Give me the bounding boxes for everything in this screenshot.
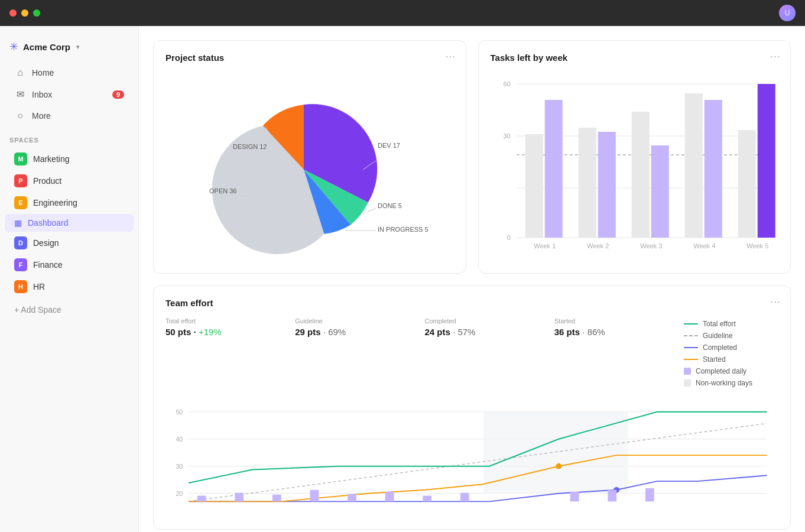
legend-box-completed-daily bbox=[684, 368, 691, 375]
daily-bar-5 bbox=[348, 494, 356, 502]
y-label-0: 0 bbox=[507, 234, 510, 241]
label-dev: DEV 17 bbox=[378, 142, 400, 149]
space-item-engineering[interactable]: E Engineering bbox=[5, 192, 134, 213]
week2-label: Week 2 bbox=[587, 242, 609, 249]
team-effort-title: Team effort bbox=[165, 298, 778, 308]
week5-label: Week 5 bbox=[746, 242, 768, 249]
y-label-40: 40 bbox=[176, 436, 183, 443]
dashboard-icon: ▦ bbox=[14, 218, 22, 228]
inbox-icon: ✉ bbox=[14, 89, 26, 100]
space-item-hr[interactable]: H HR bbox=[5, 276, 134, 297]
legend-box-non-working bbox=[684, 379, 691, 387]
svg-line-1 bbox=[363, 208, 376, 214]
space-name-marketing: Marketing bbox=[33, 154, 69, 164]
dashboard-item[interactable]: ▦ Dashboard bbox=[5, 214, 134, 232]
week4-label: Week 4 bbox=[693, 242, 715, 249]
titlebar: U bbox=[0, 0, 805, 26]
workspace-name: Acme Corp bbox=[23, 42, 70, 52]
stat-value-completed: 24 pts · 57% bbox=[425, 327, 540, 337]
daily-bar-8 bbox=[460, 493, 469, 502]
nav-label-inbox: Inbox bbox=[32, 90, 52, 99]
stat-label-guideline: Guideline bbox=[295, 317, 410, 325]
space-item-finance[interactable]: F Finance bbox=[5, 254, 134, 275]
add-space-button[interactable]: + Add Space bbox=[0, 300, 138, 319]
bar-week3-gray bbox=[631, 112, 649, 238]
legend-guideline: Guideline bbox=[684, 332, 778, 340]
stat-value-started: 36 pts · 86% bbox=[554, 327, 670, 337]
window-controls bbox=[9, 9, 40, 17]
workspace-header[interactable]: ✳ Acme Corp ▾ bbox=[0, 35, 138, 63]
nav-item-more[interactable]: ○ More bbox=[5, 106, 134, 126]
guideline-line bbox=[189, 423, 767, 501]
line-chart-container: 50 40 30 20 bbox=[165, 399, 778, 517]
daily-bar-10 bbox=[608, 490, 616, 502]
total-effort-line bbox=[189, 412, 767, 483]
main-content: Project status ··· bbox=[139, 26, 805, 532]
daily-bar-4 bbox=[310, 490, 319, 502]
more-icon: ○ bbox=[14, 111, 26, 121]
dashboard-label: Dashboard bbox=[28, 218, 69, 228]
bar-week4-purple bbox=[704, 100, 722, 238]
minimize-button[interactable] bbox=[21, 9, 28, 17]
bar-week1-gray bbox=[525, 134, 543, 238]
team-effort-card: Team effort ··· Total effort 50 pts · +1… bbox=[153, 286, 791, 530]
space-name-finance: Finance bbox=[33, 260, 63, 270]
y-label-20: 20 bbox=[176, 490, 183, 497]
space-item-design[interactable]: D Design bbox=[5, 232, 134, 254]
space-avatar-product: P bbox=[14, 174, 27, 187]
space-name-hr: HR bbox=[33, 282, 45, 291]
bar-week4-gray bbox=[684, 93, 702, 238]
daily-bar-3 bbox=[272, 495, 281, 502]
space-item-product[interactable]: P Product bbox=[5, 170, 134, 192]
nav-label-more: More bbox=[32, 111, 51, 121]
stat-value-guideline: 29 pts · 69% bbox=[295, 327, 410, 337]
bar-week2-purple bbox=[598, 132, 615, 238]
stat-started: Started 36 pts · 86% bbox=[554, 317, 684, 337]
bar-week1-purple bbox=[544, 100, 562, 238]
nav-item-home[interactable]: ⌂ Home bbox=[5, 63, 134, 83]
non-working-shade bbox=[483, 412, 628, 494]
daily-bar-11 bbox=[645, 488, 654, 502]
workspace-icon: ✳ bbox=[9, 40, 18, 53]
label-open: OPEN 36 bbox=[209, 187, 236, 194]
legend-line-started bbox=[684, 359, 698, 360]
nav-label-home: Home bbox=[32, 68, 54, 77]
space-item-marketing[interactable]: M Marketing bbox=[5, 148, 134, 170]
space-name-engineering: Engineering bbox=[33, 198, 77, 207]
project-status-title: Project status bbox=[165, 53, 454, 63]
week1-label: Week 1 bbox=[534, 242, 556, 249]
y-label-30: 30 bbox=[503, 132, 510, 140]
started-dot bbox=[556, 463, 561, 469]
daily-bar-1 bbox=[197, 496, 206, 502]
y-label-50: 50 bbox=[176, 408, 183, 416]
bar-week3-purple bbox=[651, 145, 668, 238]
y-label-30: 30 bbox=[176, 463, 183, 470]
space-avatar-design: D bbox=[14, 236, 27, 249]
tasks-by-week-card: Tasks left by week ··· 60 30 0 bbox=[478, 40, 791, 274]
tasks-by-week-menu[interactable]: ··· bbox=[770, 50, 781, 63]
chart-legend: Total effort Guideline Completed Started… bbox=[684, 317, 778, 387]
stat-guideline: Guideline 29 pts · 69% bbox=[295, 317, 424, 337]
bar-week5-gray bbox=[738, 130, 755, 238]
close-button[interactable] bbox=[9, 9, 17, 17]
space-avatar-marketing: M bbox=[14, 153, 27, 166]
daily-bar-6 bbox=[385, 492, 394, 502]
space-name-design: Design bbox=[33, 238, 59, 248]
bar-chart: 60 30 0 Week 1 Week 2 bbox=[491, 72, 779, 261]
home-icon: ⌂ bbox=[14, 67, 26, 78]
bar-week5-purple-dark bbox=[757, 84, 775, 238]
space-name-product: Product bbox=[33, 176, 61, 186]
maximize-button[interactable] bbox=[33, 9, 40, 17]
avatar[interactable]: U bbox=[779, 5, 796, 21]
team-effort-menu[interactable]: ··· bbox=[770, 296, 781, 308]
effort-stats: Total effort 50 pts · +19% Guideline 29 … bbox=[165, 317, 778, 387]
sidebar: ✳ Acme Corp ▾ ⌂ Home ✉ Inbox 9 ○ More Sp… bbox=[0, 26, 139, 532]
spaces-section-label: Spaces bbox=[0, 127, 138, 148]
stat-label-completed: Completed bbox=[425, 317, 540, 325]
nav-item-inbox[interactable]: ✉ Inbox 9 bbox=[5, 84, 134, 105]
stat-label-started: Started bbox=[554, 317, 670, 325]
stat-completed: Completed 24 pts · 57% bbox=[425, 317, 554, 337]
stat-total-effort: Total effort 50 pts · +19% bbox=[165, 317, 295, 337]
project-status-menu[interactable]: ··· bbox=[445, 50, 456, 63]
week3-label: Week 3 bbox=[640, 242, 662, 249]
